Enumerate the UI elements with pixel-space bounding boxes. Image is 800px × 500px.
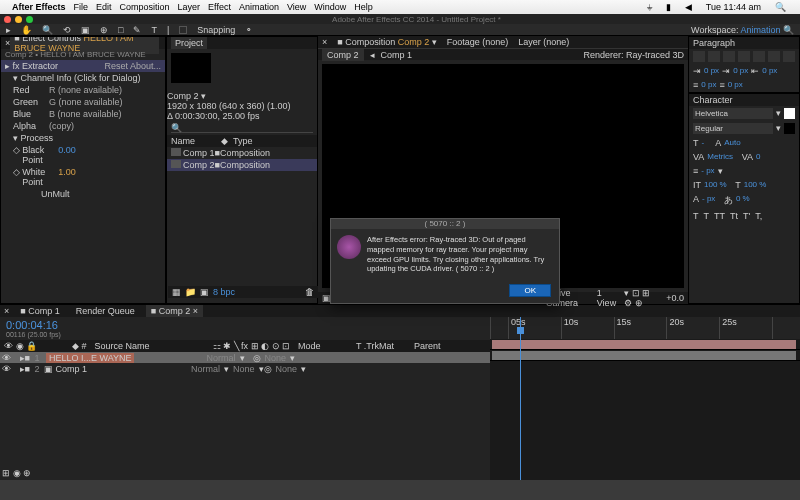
visibility-icon[interactable]: 👁: [2, 364, 12, 374]
layer-bar[interactable]: [490, 350, 800, 361]
timeline-graph[interactable]: 05s 10s 15s 20s 25s: [490, 317, 800, 481]
interpret-footage-icon[interactable]: ▦: [172, 287, 181, 297]
pen-tool-icon[interactable]: ✎: [133, 25, 141, 35]
timeline-tab[interactable]: ■ Comp 1: [15, 305, 64, 317]
align-center-icon[interactable]: [708, 51, 720, 62]
new-comp-icon[interactable]: ▣: [200, 287, 209, 297]
col-trkmat[interactable]: T .TrkMat: [356, 341, 406, 351]
shape-tool-icon[interactable]: □: [118, 25, 123, 35]
align-right-icon[interactable]: [723, 51, 735, 62]
blend-mode-dropdown[interactable]: Normal: [191, 364, 220, 374]
anchor-tool-icon[interactable]: ⊕: [100, 25, 108, 35]
tsume-field[interactable]: 0 %: [736, 194, 750, 207]
chevron-down-icon[interactable]: ▾: [776, 123, 781, 134]
wifi-icon[interactable]: ⏚: [647, 2, 652, 12]
unmult-label[interactable]: UnMult: [41, 189, 70, 199]
project-tab[interactable]: Project: [171, 37, 207, 49]
ok-button[interactable]: OK: [509, 284, 551, 297]
menu-composition[interactable]: Composition: [120, 2, 170, 12]
col-mode[interactable]: Mode: [298, 341, 348, 351]
faux-bold-button[interactable]: T: [693, 211, 699, 221]
playhead[interactable]: [520, 317, 521, 481]
project-item-thumbnail[interactable]: [171, 53, 211, 83]
leading-field[interactable]: Auto: [724, 138, 740, 148]
space-before-field[interactable]: 0 px: [701, 80, 716, 90]
parent-pickwhip-icon[interactable]: ◎: [253, 353, 261, 363]
indent-first-field[interactable]: 0 px: [733, 66, 748, 76]
chevron-left-icon[interactable]: ◂: [370, 50, 375, 60]
vscale-field[interactable]: 100 %: [704, 180, 727, 190]
toggle-switches-icon[interactable]: ⊞ ◉ ⊕: [2, 468, 31, 478]
menu-file[interactable]: File: [74, 2, 89, 12]
visibility-icon[interactable]: 👁: [2, 353, 12, 363]
indent-right-field[interactable]: 0 px: [762, 66, 777, 76]
tracking-field[interactable]: 0: [756, 152, 760, 162]
menu-layer[interactable]: Layer: [178, 2, 201, 12]
col-source-name[interactable]: Source Name: [95, 341, 205, 351]
minimize-window-button[interactable]: [15, 16, 22, 23]
hand-tool-icon[interactable]: ✋: [21, 25, 32, 35]
blend-mode-dropdown[interactable]: Normal: [206, 353, 235, 363]
black-point-value[interactable]: 0.00: [58, 145, 76, 165]
keyframe-stopwatch-icon[interactable]: ◇: [13, 145, 20, 165]
spotlight-icon[interactable]: 🔍: [775, 2, 786, 12]
font-size-field[interactable]: -: [702, 138, 705, 148]
effect-name[interactable]: Extractor: [22, 61, 58, 71]
parent-pickwhip-icon[interactable]: ◎: [264, 364, 272, 374]
process-toggle[interactable]: ▾ Process: [13, 133, 53, 143]
all-caps-button[interactable]: TT: [714, 211, 725, 221]
space-after-field[interactable]: 0 px: [728, 80, 743, 90]
new-folder-icon[interactable]: 📁: [185, 287, 196, 297]
align-left-icon[interactable]: [693, 51, 705, 62]
clock[interactable]: Tue 11:44 am: [706, 2, 761, 12]
menu-window[interactable]: Window: [314, 2, 346, 12]
layer-name[interactable]: HELLO I...E WAYNE: [46, 353, 135, 363]
layer-bar[interactable]: [490, 339, 800, 350]
workspace-dropdown[interactable]: Animation: [740, 25, 780, 35]
col-name[interactable]: Name: [171, 136, 221, 146]
menu-edit[interactable]: Edit: [96, 2, 112, 12]
indent-left-field[interactable]: 0 px: [704, 66, 719, 76]
parent-dropdown[interactable]: None: [276, 364, 298, 374]
viewer-tab-footage[interactable]: Footage (none): [447, 37, 509, 47]
camera-tool-icon[interactable]: ▣: [81, 25, 90, 35]
comp-crumb[interactable]: Comp 2: [322, 49, 364, 61]
timeline-tab[interactable]: ■ Comp 2 ×: [146, 305, 203, 317]
exposure-value[interactable]: +0.0: [666, 293, 684, 303]
close-window-button[interactable]: [4, 16, 11, 23]
col-parent[interactable]: Parent: [414, 341, 441, 351]
trkmat-dropdown[interactable]: None: [233, 364, 255, 374]
app-menu[interactable]: After Effects: [12, 2, 66, 12]
current-timecode[interactable]: 0:00:04:16: [6, 319, 58, 331]
project-item[interactable]: Comp 1■Composition: [167, 147, 317, 159]
rotate-tool-icon[interactable]: ⟲: [63, 25, 71, 35]
baseline-field[interactable]: - px: [702, 194, 715, 207]
justify-center-icon[interactable]: [753, 51, 765, 62]
stroke-width-field[interactable]: - px: [701, 166, 714, 176]
kerning-dropdown[interactable]: Metrics: [707, 152, 733, 162]
snapping-checkbox[interactable]: [179, 26, 187, 34]
timeline-layer[interactable]: 👁 ▸■ 2 ▣ Comp 1 Normal▾ None▾ ◎ None▾: [0, 363, 490, 374]
channel-info-toggle[interactable]: ▾ Channel Info (Click for Dialog): [13, 73, 141, 83]
zoom-tool-icon[interactable]: 🔍: [42, 25, 53, 35]
paragraph-tab[interactable]: Paragraph: [693, 38, 735, 48]
subscript-button[interactable]: T,: [755, 211, 762, 221]
chevron-down-icon[interactable]: ▾: [776, 108, 781, 119]
fx-toggle-icon[interactable]: ▸ fx: [5, 61, 20, 71]
reset-link[interactable]: Reset: [104, 61, 128, 71]
justify-right-icon[interactable]: [768, 51, 780, 62]
small-caps-button[interactable]: Tt: [730, 211, 738, 221]
font-family-dropdown[interactable]: Helvetica: [693, 108, 773, 119]
panel-close-icon[interactable]: ×: [4, 306, 9, 316]
selection-tool-icon[interactable]: ▸: [6, 25, 11, 35]
viewer-tab-composition[interactable]: Composition: [345, 37, 395, 47]
viewer-tab-layer[interactable]: Layer (none): [518, 37, 569, 47]
project-search-input[interactable]: 🔍: [171, 123, 313, 133]
timeline-layer[interactable]: 👁 ▸■ 1 HELLO I...E WAYNE Normal▾ ◎ None▾: [0, 352, 490, 363]
justify-left-icon[interactable]: [738, 51, 750, 62]
battery-icon[interactable]: ▮: [666, 2, 671, 12]
superscript-button[interactable]: T': [743, 211, 750, 221]
bpc-button[interactable]: 8 bpc: [213, 287, 235, 297]
comp-crumb[interactable]: Comp 1: [381, 50, 413, 60]
menu-view[interactable]: View: [287, 2, 306, 12]
